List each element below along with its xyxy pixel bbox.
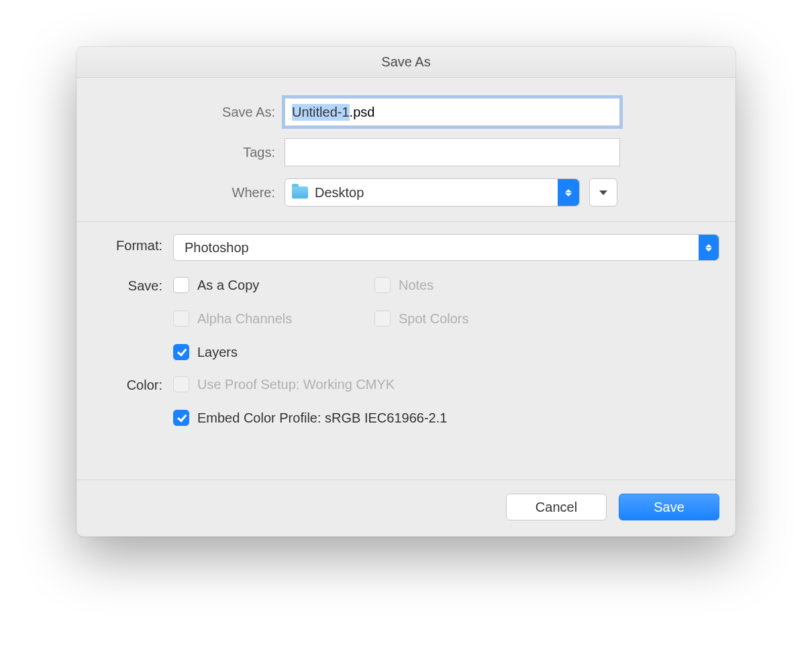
use-proof-setup-label: Use Proof Setup: Working CMYK xyxy=(197,377,395,392)
dialog-titlebar: Save As xyxy=(77,47,735,78)
save-button[interactable]: Save xyxy=(619,494,719,520)
where-label: Where: xyxy=(93,185,285,201)
filename-base: Untitled-1 xyxy=(292,104,350,121)
filename-ext: .psd xyxy=(350,105,375,120)
checkmark-icon xyxy=(177,412,187,422)
tags-label: Tags: xyxy=(93,145,285,160)
dialog-title: Save As xyxy=(381,54,430,70)
checkmark-icon xyxy=(177,346,187,356)
stepper-icon xyxy=(699,235,719,260)
notes-label: Notes xyxy=(399,278,434,293)
use-proof-setup-checkbox xyxy=(173,376,189,392)
stepper-icon xyxy=(558,179,579,206)
folder-icon xyxy=(292,186,308,199)
format-select[interactable]: Photoshop xyxy=(173,234,719,261)
alpha-channels-checkbox xyxy=(173,311,189,327)
save-as-label: Save As: xyxy=(93,105,285,120)
options-section: Format: Photoshop Save: As a Copy xyxy=(77,222,735,480)
format-value: Photoshop xyxy=(185,240,249,256)
as-a-copy-checkbox[interactable] xyxy=(173,277,189,293)
filename-input[interactable]: Untitled-1.psd xyxy=(285,98,620,126)
format-label: Format: xyxy=(93,234,173,254)
alpha-channels-label: Alpha Channels xyxy=(197,311,292,327)
embed-color-profile-checkbox[interactable] xyxy=(173,410,189,426)
save-as-dialog: Save As Save As: Untitled-1.psd Tags: Wh… xyxy=(77,47,735,537)
notes-checkbox xyxy=(374,277,391,293)
save-options-label: Save: xyxy=(93,274,173,294)
spot-colors-checkbox xyxy=(374,311,391,327)
embed-color-profile-label: Embed Color Profile: sRGB IEC61966-2.1 xyxy=(197,410,447,426)
color-options-label: Color: xyxy=(93,374,173,393)
where-value: Desktop xyxy=(315,185,364,201)
where-select[interactable]: Desktop xyxy=(285,178,580,207)
spot-colors-label: Spot Colors xyxy=(399,311,469,327)
layers-checkbox[interactable] xyxy=(173,344,189,360)
top-section: Save As: Untitled-1.psd Tags: Where: Des… xyxy=(77,78,735,222)
button-bar: Cancel Save xyxy=(77,480,735,537)
expand-button[interactable] xyxy=(589,178,617,207)
as-a-copy-label: As a Copy xyxy=(197,278,259,293)
chevron-down-icon xyxy=(599,190,607,195)
cancel-button[interactable]: Cancel xyxy=(506,494,607,520)
layers-label: Layers xyxy=(197,345,238,360)
tags-input[interactable] xyxy=(285,138,620,166)
